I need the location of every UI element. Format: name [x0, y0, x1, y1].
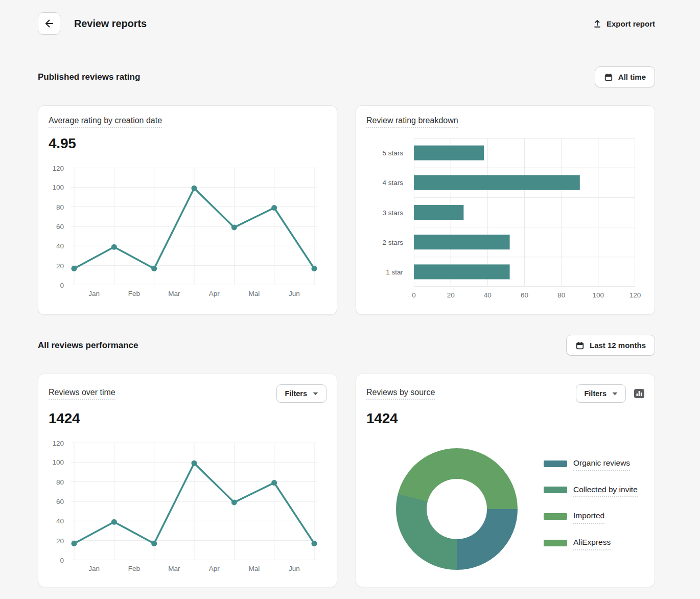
legend-label: Imported: [573, 509, 604, 524]
legend-label: AliExpress: [573, 536, 611, 550]
filters-button-reviews-by-source[interactable]: Filters: [576, 384, 626, 403]
date-range-label: Last 12 months: [590, 341, 646, 350]
card-title-average-rating: Average rating by creation date: [49, 116, 162, 128]
y-axis-label: 0: [60, 281, 64, 289]
x-axis-label: Apr: [209, 290, 220, 297]
section-heading-published: Published reviews rating: [38, 72, 140, 82]
published-cards-row: Average rating by creation date 4.95 020…: [38, 105, 655, 315]
filters-button-reviews-over-time[interactable]: Filters: [276, 384, 326, 403]
y-axis-label: 120: [52, 439, 64, 447]
legend-swatch: [544, 487, 567, 493]
line-chart-reviews-over-time: 020406080100120JanFebMarAprMaiJun: [49, 443, 326, 574]
legend-swatch: [544, 460, 567, 467]
donut-chart-reviews-by-source: Organic reviewsCollected by inviteImport…: [366, 448, 644, 587]
data-point[interactable]: [111, 519, 117, 525]
legend-item-collected-by-invite[interactable]: Collected by invite: [544, 483, 651, 498]
line-plot: [71, 443, 317, 560]
y-axis-label: 20: [56, 537, 64, 544]
data-point[interactable]: [192, 186, 197, 191]
metric-reviews-by-source: 1424: [366, 410, 644, 427]
y-axis: 020406080100120: [49, 168, 71, 300]
card-title-reviews-over-time: Reviews over time: [49, 388, 115, 400]
data-point[interactable]: [271, 480, 277, 486]
data-point[interactable]: [151, 266, 157, 271]
x-axis-label: Apr: [209, 565, 220, 572]
data-point[interactable]: [72, 541, 77, 546]
date-range-button-last-12-months[interactable]: Last 12 months: [566, 335, 655, 356]
x-axis-label: 100: [593, 291, 604, 299]
card-title-reviews-by-source: Reviews by source: [366, 388, 435, 400]
legend-label: Collected by invite: [573, 483, 638, 498]
page-header: Review reports Export report: [38, 12, 655, 35]
x-axis-label: Mar: [168, 290, 180, 297]
y-axis-label: 40: [56, 517, 64, 525]
y-axis-label: 0: [60, 556, 64, 564]
metric-average-rating: 4.95: [49, 135, 326, 152]
donut-legend: Organic reviewsCollected by inviteImport…: [544, 456, 651, 550]
data-point[interactable]: [312, 541, 317, 546]
plot-area: JanFebMarAprMaiJun: [71, 443, 317, 574]
back-button[interactable]: [38, 12, 60, 35]
export-report-button[interactable]: Export report: [593, 19, 655, 28]
performance-section-row: All reviews performance Last 12 months: [38, 335, 655, 356]
card-head: Reviews by source Filters: [366, 384, 644, 403]
x-axis-label: 60: [521, 291, 528, 299]
column-chart-toggle-button[interactable]: [634, 389, 644, 398]
x-axis-label: 120: [629, 291, 641, 299]
bar[interactable]: [414, 146, 484, 160]
page-title: Review reports: [74, 18, 147, 30]
y-axis-label: 60: [56, 223, 64, 231]
data-point[interactable]: [231, 224, 237, 230]
legend-item-aliexpress[interactable]: AliExpress: [544, 536, 651, 550]
category-label: 1 star: [386, 268, 403, 275]
filters-label: Filters: [285, 389, 307, 398]
x-axis-label: 80: [557, 291, 565, 299]
data-point[interactable]: [231, 499, 237, 505]
card-title-rating-breakdown: Review rating breakdown: [366, 116, 458, 128]
x-axis-label: 40: [484, 291, 492, 299]
y-axis-label: 100: [52, 458, 64, 466]
bar[interactable]: [414, 235, 510, 249]
bar[interactable]: [414, 264, 510, 279]
section-heading-performance: All reviews performance: [38, 340, 138, 351]
plot-area: 020406080100120: [414, 138, 635, 301]
category-label: 2 stars: [382, 238, 403, 246]
bar-chart-rating-breakdown: 5 stars4 stars3 stars2 stars1 star020406…: [366, 138, 644, 301]
bar-plot: [414, 138, 635, 287]
date-range-button-all-time[interactable]: All time: [595, 66, 655, 87]
x-axis-label: Mai: [249, 290, 260, 297]
data-point[interactable]: [151, 541, 157, 546]
category-label: 5 stars: [382, 149, 403, 157]
x-axis-label: Mar: [168, 565, 180, 572]
data-point[interactable]: [72, 266, 77, 271]
data-point[interactable]: [192, 460, 197, 466]
y-axis-label: 120: [52, 164, 64, 172]
x-axis-label: Feb: [128, 290, 140, 297]
x-axis-label: Jan: [88, 565, 100, 572]
card-reviews-by-source: Reviews by source Filters: [356, 374, 655, 587]
performance-cards-row: Reviews over time Filters 1424 020406080…: [38, 374, 655, 587]
filters-label: Filters: [584, 389, 606, 398]
data-point[interactable]: [271, 205, 277, 211]
bar[interactable]: [414, 175, 580, 190]
caret-down-icon: [313, 392, 318, 396]
metric-reviews-over-time: 1424: [49, 410, 326, 427]
data-point[interactable]: [312, 266, 317, 271]
legend-item-imported[interactable]: Imported: [544, 509, 651, 524]
calendar-icon: [604, 73, 613, 82]
category-label: 3 stars: [382, 209, 403, 216]
column-chart-icon: [634, 389, 644, 398]
y-axis: 020406080100120: [49, 443, 71, 574]
data-point[interactable]: [111, 244, 117, 250]
card-head-controls: Filters: [576, 384, 644, 403]
date-range-label: All time: [618, 73, 646, 81]
y-axis-label: 60: [56, 498, 64, 505]
y-axis-label: 20: [56, 262, 64, 269]
y-axis-label: 80: [56, 203, 64, 211]
line-chart-average-rating: 020406080100120JanFebMarAprMaiJun: [49, 168, 326, 300]
x-axis: 020406080100120: [414, 287, 635, 301]
bar[interactable]: [414, 205, 463, 220]
x-axis: JanFebMarAprMaiJun: [71, 560, 317, 574]
legend-item-organic-reviews[interactable]: Organic reviews: [544, 456, 651, 471]
x-axis-label: 0: [412, 291, 416, 299]
